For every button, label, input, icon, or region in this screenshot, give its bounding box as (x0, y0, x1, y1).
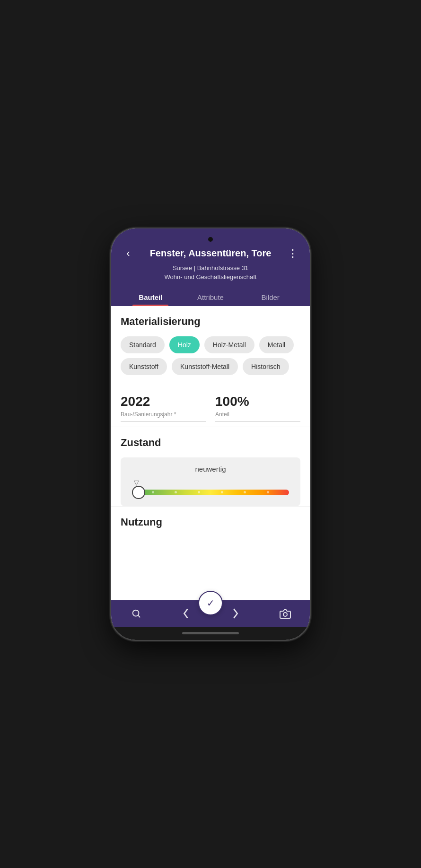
page-title: Fenster, Aussentüren, Tore (136, 248, 285, 259)
fab-container: ✓ (198, 591, 223, 615)
baujahr-label: Bau-/Sanierungsjahr * (121, 411, 206, 418)
tab-bilder[interactable]: Bilder (240, 289, 300, 306)
home-indicator (111, 627, 310, 640)
pill-metall[interactable]: Metall (259, 336, 294, 353)
slider-gradient (132, 490, 289, 495)
zustand-section: Zustand neuwertig ▽ (111, 427, 310, 506)
slider-dot (244, 491, 246, 493)
materialisierung-section: Materialisierung Standard Holz Holz-Meta… (111, 306, 310, 385)
pill-historisch[interactable]: Historisch (243, 358, 289, 375)
zustand-bg: neuwertig ▽ (121, 457, 300, 506)
slider-dot (221, 491, 223, 493)
svg-point-2 (283, 613, 287, 616)
slider-dot (267, 491, 269, 493)
camera-nav-button[interactable] (275, 603, 296, 624)
slider-dots (132, 490, 289, 495)
back-nav-button[interactable] (175, 603, 196, 624)
pill-holz[interactable]: Holz (169, 336, 200, 353)
slider-track[interactable] (132, 488, 289, 497)
pill-standard[interactable]: Standard (121, 336, 165, 353)
svg-point-0 (132, 610, 139, 616)
zustand-label: neuwertig (130, 465, 291, 473)
content-area: Materialisierung Standard Holz Holz-Meta… (111, 306, 310, 600)
header-top: ‹ Fenster, Aussentüren, Tore ⋮ (121, 247, 300, 260)
pill-kunststoff-metall[interactable]: Kunststoff-Metall (172, 358, 238, 375)
baujahr-value: 2022 (121, 394, 206, 409)
anteil-field[interactable]: 100% Anteil (215, 394, 300, 422)
svg-line-1 (138, 615, 140, 617)
phone-shell: ‹ Fenster, Aussentüren, Tore ⋮ Sursee | … (111, 228, 310, 640)
confirm-fab[interactable]: ✓ (198, 591, 223, 615)
baujahr-field[interactable]: 2022 Bau-/Sanierungsjahr * (121, 394, 206, 422)
subtitle-line2: Wohn- und Geschäftsliegenschaft (121, 272, 300, 282)
slider-container: ▽ (130, 479, 291, 497)
forward-nav-button[interactable] (225, 603, 246, 624)
subtitle-line1: Sursee | Bahnhofstrasse 31 (121, 263, 300, 273)
pill-holz-metall[interactable]: Holz-Metall (204, 336, 254, 353)
nutzung-title: Nutzung (121, 516, 300, 528)
anteil-value: 100% (215, 394, 300, 409)
check-icon: ✓ (207, 597, 215, 609)
slider-dot (152, 491, 154, 493)
back-button[interactable]: ‹ (121, 247, 136, 260)
slider-arrow-indicator: ▽ (132, 479, 289, 486)
tab-attribute[interactable]: Attribute (181, 289, 241, 306)
anteil-label: Anteil (215, 411, 300, 418)
screen: ‹ Fenster, Aussentüren, Tore ⋮ Sursee | … (111, 228, 310, 640)
slider-dot (198, 491, 200, 493)
slider-thumb[interactable] (132, 486, 145, 499)
nutzung-section: Nutzung (111, 506, 310, 542)
header: ‹ Fenster, Aussentüren, Tore ⋮ Sursee | … (111, 228, 310, 306)
fields-row: 2022 Bau-/Sanierungsjahr * 100% Anteil (111, 385, 310, 427)
materialisierung-title: Materialisierung (121, 316, 300, 328)
slider-dot (175, 491, 177, 493)
zustand-title: Zustand (121, 437, 300, 449)
tab-bauteil[interactable]: Bauteil (121, 289, 181, 306)
home-bar (182, 632, 239, 634)
search-nav-button[interactable] (126, 603, 147, 624)
more-button[interactable]: ⋮ (285, 247, 300, 260)
header-subtitle: Sursee | Bahnhofstrasse 31 Wohn- und Ges… (121, 263, 300, 282)
pills-container: Standard Holz Holz-Metall Metall Kunstst… (121, 336, 300, 375)
pill-kunststoff[interactable]: Kunststoff (121, 358, 167, 375)
tabs: Bauteil Attribute Bilder (121, 289, 300, 306)
